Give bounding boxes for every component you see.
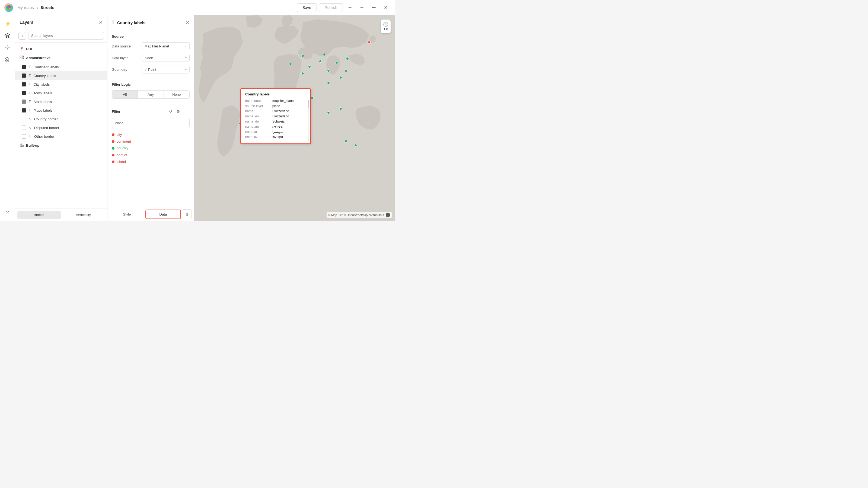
state-labels-type-icon: T	[29, 100, 31, 104]
config-tab-data[interactable]: Data	[145, 209, 181, 219]
city-labels-type-icon: T	[29, 83, 31, 86]
country-labels-checkbox[interactable]	[22, 73, 26, 78]
disputed-border-type-icon: ∿	[29, 126, 31, 130]
rail-settings-icon[interactable]	[2, 42, 13, 53]
rail-help-icon[interactable]: ?	[2, 207, 13, 218]
tooltip-scrollbar-thumb	[308, 100, 309, 108]
filter-value-country[interactable]: country	[112, 145, 190, 152]
town-labels-checkbox[interactable]	[22, 91, 26, 95]
filter-logic-any[interactable]: Any	[138, 91, 163, 98]
filter-island-dot	[112, 161, 115, 163]
close-button[interactable]: ✕	[381, 3, 391, 12]
continent-labels-type-icon: T	[29, 65, 31, 69]
tooltip-val-name-ar: سويسرا	[272, 130, 283, 134]
layer-item-continent-labels[interactable]: T Continent labels	[15, 63, 107, 71]
rail-layers-icon[interactable]	[2, 30, 13, 41]
config-tab-style[interactable]: Style	[110, 210, 144, 219]
zoom-value: 1.0	[383, 27, 388, 31]
city-labels-checkbox[interactable]	[22, 82, 26, 87]
filter-adjust-icon[interactable]: ⚙	[175, 108, 182, 115]
tab-verticality[interactable]: Verticality	[62, 210, 105, 219]
filter-rotate-icon[interactable]: ↺	[167, 108, 175, 115]
continent-labels-checkbox[interactable]	[22, 65, 26, 69]
tooltip-scrollbar[interactable]	[308, 100, 309, 142]
filter-logic-all[interactable]: All	[112, 91, 138, 98]
data-layer-label: Data layer	[112, 56, 142, 60]
data-layer-select[interactable]: place ▾	[142, 54, 190, 62]
layer-item-city-labels[interactable]: T City labels	[15, 80, 107, 89]
menu-button[interactable]: ☰	[369, 3, 379, 12]
map-dot-9	[346, 57, 349, 60]
config-header: T Country labels ✕	[107, 15, 194, 30]
tab-blocks[interactable]: Blocks	[18, 210, 61, 219]
data-source-select[interactable]: MapTiler Planet ▾	[142, 42, 190, 50]
filter-value-island[interactable]: island	[112, 158, 190, 165]
layer-item-state-labels[interactable]: T State labels	[15, 97, 107, 106]
state-labels-checkbox[interactable]	[22, 99, 26, 104]
other-border-type-icon: ∿	[29, 134, 31, 138]
disputed-border-checkbox[interactable]	[22, 126, 26, 130]
app-logo	[4, 3, 13, 12]
filter-section-header: Filter ↺ ⚙ —	[112, 108, 190, 115]
search-input[interactable]	[28, 32, 104, 40]
poi-group-label: POI	[26, 47, 32, 51]
admin-group-icon	[20, 55, 24, 61]
map-area[interactable]: Country labels data-source maptiler_plan…	[194, 15, 395, 221]
filter-value-continent[interactable]: continent	[112, 138, 190, 145]
map-dot-11	[327, 82, 330, 84]
tooltip-val-data-source: maptiler_planet	[272, 99, 294, 103]
breadcrumb: My maps / Streets	[16, 5, 293, 10]
config-close-button[interactable]: ✕	[186, 20, 190, 26]
topbar-actions: Save Publish ← → ☰ ✕	[297, 3, 391, 12]
svg-rect-1	[20, 56, 21, 57]
breadcrumb-root[interactable]: My maps	[18, 5, 34, 10]
tooltip-row-source-layer: source-layer place	[245, 104, 306, 108]
layer-item-country-border[interactable]: ∿ Country border	[15, 115, 107, 123]
geometry-select[interactable]: ○ Point ▾	[142, 66, 190, 73]
layer-group-builtup: Built-up	[15, 141, 107, 150]
data-source-label: Data source	[112, 44, 142, 48]
breadcrumb-current: Streets	[40, 5, 54, 10]
filter-hamlet-dot	[112, 154, 115, 156]
filter-value-city[interactable]: city	[112, 131, 190, 138]
place-labels-checkbox[interactable]	[22, 108, 26, 112]
map-zoom-control: 🕐 1.0	[381, 20, 391, 33]
other-border-checkbox[interactable]	[22, 134, 26, 138]
svg-rect-3	[20, 58, 21, 59]
geometry-value: Point	[148, 67, 185, 72]
data-layer-row: Data layer place ▾	[112, 54, 190, 62]
forward-button[interactable]: →	[357, 3, 367, 12]
map-dot-7	[335, 61, 338, 64]
rail-lightning-icon[interactable]: ⚡	[2, 19, 13, 29]
map-dot-3	[327, 69, 330, 72]
filter-logic-none[interactable]: None	[164, 91, 189, 98]
info-icon[interactable]: i	[386, 213, 390, 217]
save-button[interactable]: Save	[297, 3, 317, 12]
filter-continent-label: continent	[117, 139, 131, 143]
layer-group-poi: 📍 POI	[15, 45, 107, 53]
layer-group-administrative: Administrative	[15, 53, 107, 63]
add-layer-button[interactable]: +	[19, 32, 26, 40]
layer-item-country-labels[interactable]: T Country labels	[15, 71, 107, 80]
config-body: Source Data source MapTiler Planet ▾ Dat…	[107, 30, 194, 207]
other-border-name: Other border	[34, 134, 103, 138]
filter-value-hamlet[interactable]: hamlet	[112, 152, 190, 158]
city-labels-name: City labels	[33, 83, 103, 87]
tooltip-val-name-am: ስዊካጎዲ	[272, 125, 283, 129]
country-border-checkbox[interactable]	[22, 117, 26, 121]
filter-remove-icon[interactable]: —	[182, 108, 190, 115]
svg-rect-4	[22, 58, 24, 59]
back-button[interactable]: ←	[345, 3, 355, 12]
layer-item-place-labels[interactable]: T Place labels	[15, 106, 107, 115]
layer-item-disputed-border[interactable]: ∿ Disputed border	[15, 123, 107, 132]
layer-item-town-labels[interactable]: T Town labels	[15, 89, 107, 97]
publish-button[interactable]: Publish	[319, 3, 343, 12]
rail-puzzle-icon[interactable]	[2, 54, 13, 65]
layer-item-other-border[interactable]: ∿ Other border	[15, 132, 107, 141]
config-json-button[interactable]: {}	[182, 209, 192, 219]
icon-rail: ⚡ ?	[0, 15, 15, 221]
config-bottom-tabs: Style Data {}	[107, 207, 194, 221]
place-labels-type-icon: T	[29, 108, 31, 112]
layers-close-button[interactable]: ✕	[99, 20, 103, 26]
filter-class-value: class	[115, 121, 123, 125]
